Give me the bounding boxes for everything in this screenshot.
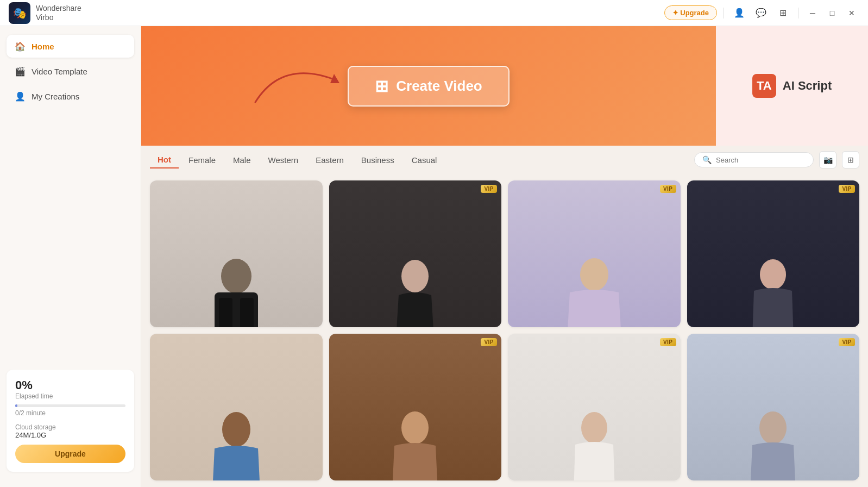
avatar-card-5[interactable] — [150, 334, 323, 480]
svg-point-11 — [759, 411, 787, 444]
filter-tab-male[interactable]: Male — [225, 152, 259, 168]
view-toggle-photo-button[interactable]: 📷 — [819, 151, 836, 168]
apps-icon: ⊞ — [779, 8, 787, 18]
create-video-icon: ⊞ — [375, 77, 388, 96]
arrow-decoration — [250, 48, 348, 113]
filter-tab-casual[interactable]: Casual — [404, 152, 445, 168]
banner-main[interactable]: ⊞ Create Video — [141, 26, 716, 146]
banner-side-ai-script[interactable]: TA AI Script — [716, 26, 868, 146]
sidebar-item-video-template-label: Video Template — [32, 67, 87, 76]
app-identity: 🎭 Wondershare Virbo — [9, 2, 81, 24]
avatar-silhouette — [562, 252, 627, 327]
usage-time-value: 0/2 minute — [15, 409, 125, 417]
elapsed-time-label: Elapsed time — [15, 392, 125, 400]
upgrade-button[interactable]: ✦ Upgrade — [664, 5, 717, 20]
svg-point-1 — [221, 259, 251, 294]
filter-bar: Hot Female Male Western Eastern Business… — [141, 146, 868, 174]
video-template-icon: 🎬 — [14, 65, 26, 77]
banner-area: ⊞ Create Video TA AI Script — [141, 26, 868, 146]
sidebar-item-my-creations[interactable]: 👤 My Creations — [7, 85, 134, 108]
ai-script-icon: TA — [752, 74, 776, 98]
svg-rect-3 — [219, 298, 232, 327]
title-bar-actions: ✦ Upgrade 👤 💬 ⊞ ─ □ ✕ — [664, 4, 859, 22]
app-logo: 🎭 — [9, 2, 30, 24]
create-video-button[interactable]: ⊞ Create Video — [348, 66, 509, 107]
create-video-label: Create Video — [396, 78, 482, 95]
cloud-storage-value: 24M/1.0G — [15, 431, 125, 439]
avatar-image-lily: VIP — [508, 180, 681, 327]
progress-bar-fill — [15, 404, 17, 407]
avatar-card-sofia-staff[interactable]: VIP Sofia - Staff — [329, 180, 502, 327]
sidebar-item-my-creations-label: My Creations — [32, 92, 79, 101]
sidebar-bottom-panel: 0% Elapsed time 0/2 minute Cloud storage… — [7, 370, 134, 472]
app-body: 🏠 Home 🎬 Video Template 👤 My Creations 0… — [0, 26, 868, 487]
chat-icon-button[interactable]: 💬 — [752, 4, 770, 22]
chat-icon: 💬 — [756, 8, 766, 18]
avatar-card-sofia-fashion[interactable]: VIP Sofia - Fashion — [687, 180, 860, 327]
sidebar-upgrade-button[interactable]: Upgrade — [15, 445, 125, 463]
apps-icon-button[interactable]: ⊞ — [774, 4, 791, 22]
filter-tab-female[interactable]: Female — [181, 152, 223, 168]
main-content: ⊞ Create Video TA AI Script Hot Female M… — [141, 26, 868, 487]
app-name-block: Wondershare Virbo — [36, 4, 81, 22]
title-bar: 🎭 Wondershare Virbo ✦ Upgrade 👤 💬 ⊞ ─ □ … — [0, 0, 868, 26]
svg-point-10 — [581, 412, 607, 444]
sidebar-nav: 🏠 Home 🎬 Video Template 👤 My Creations — [0, 35, 141, 363]
divider — [724, 8, 724, 18]
svg-point-8 — [222, 412, 250, 447]
avatar-silhouette — [562, 405, 627, 480]
user-icon: 👤 — [734, 8, 745, 18]
search-box: 🔍 — [694, 152, 814, 167]
avatar-card-7[interactable]: VIP — [508, 334, 681, 480]
divider2 — [798, 8, 798, 18]
search-icon: 🔍 — [702, 155, 712, 164]
my-creations-icon: 👤 — [14, 90, 26, 102]
close-button[interactable]: ✕ — [844, 5, 859, 21]
avatar-silhouette — [740, 405, 806, 480]
avatar-image-7: VIP — [508, 334, 681, 480]
avatar-silhouette — [740, 252, 806, 327]
avatar-silhouette — [382, 405, 448, 480]
ai-script-label: AI Script — [783, 79, 832, 93]
svg-marker-0 — [330, 74, 339, 83]
sidebar-item-video-template[interactable]: 🎬 Video Template — [7, 60, 134, 83]
avatar-silhouette — [204, 252, 269, 327]
svg-point-6 — [580, 258, 608, 291]
avatar-image-6: VIP — [329, 334, 502, 480]
app-name: Wondershare Virbo — [36, 4, 81, 22]
avatar-image-sofia-staff: VIP — [329, 180, 502, 327]
avatar-image-8: VIP — [687, 334, 860, 480]
avatar-grid: Yaowen - Finance VIP Sofia - Staff VI — [141, 174, 868, 487]
usage-percent: 0% — [15, 378, 125, 392]
filter-tab-eastern[interactable]: Eastern — [308, 152, 351, 168]
avatar-card-6[interactable]: VIP — [329, 334, 502, 480]
filter-tab-business[interactable]: Business — [354, 152, 402, 168]
sidebar-item-home-label: Home — [32, 42, 54, 51]
avatar-image-5 — [150, 334, 323, 480]
svg-point-7 — [760, 259, 786, 290]
cloud-storage-label: Cloud storage — [15, 423, 125, 431]
view-toggle-grid-button[interactable]: ⊞ — [842, 151, 859, 168]
avatar-image-sofia-fashion: VIP — [687, 180, 860, 327]
progress-bar — [15, 404, 125, 407]
avatar-silhouette — [382, 252, 448, 327]
sidebar: 🏠 Home 🎬 Video Template 👤 My Creations 0… — [0, 26, 141, 487]
home-icon: 🏠 — [14, 40, 26, 52]
avatar-card-yaowen[interactable]: Yaowen - Finance — [150, 180, 323, 327]
filter-tab-western[interactable]: Western — [261, 152, 306, 168]
avatar-image-yaowen — [150, 180, 323, 327]
svg-point-9 — [401, 411, 429, 444]
avatar-card-8[interactable]: VIP — [687, 334, 860, 480]
filter-tab-hot[interactable]: Hot — [150, 152, 179, 168]
minimize-button[interactable]: ─ — [805, 5, 820, 21]
user-icon-button[interactable]: 👤 — [731, 4, 748, 22]
avatar-card-lily[interactable]: VIP Lily - Fashion — [508, 180, 681, 327]
maximize-button[interactable]: □ — [825, 5, 840, 21]
avatar-silhouette — [204, 405, 269, 480]
svg-rect-4 — [240, 298, 254, 327]
sidebar-item-home[interactable]: 🏠 Home — [7, 35, 134, 58]
logo-icon: 🎭 — [13, 7, 27, 20]
svg-point-5 — [401, 260, 429, 292]
search-input[interactable] — [716, 156, 806, 164]
